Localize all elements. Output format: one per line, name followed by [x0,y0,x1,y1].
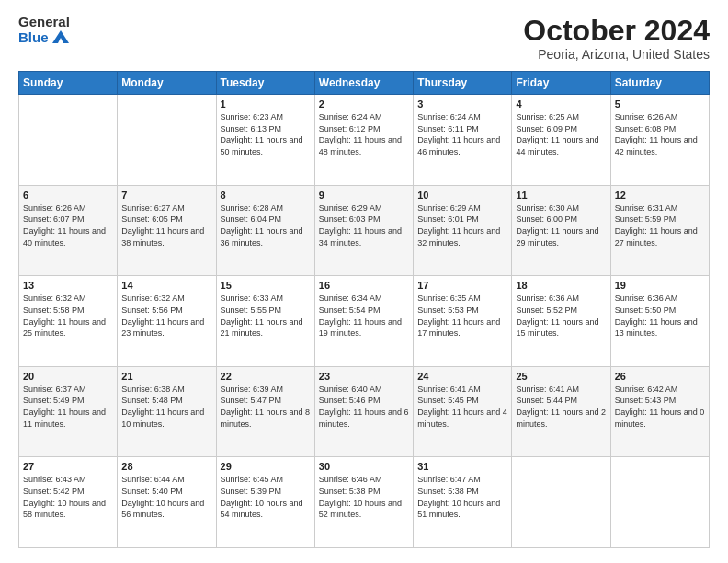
calendar-cell: 14Sunrise: 6:32 AMSunset: 5:56 PMDayligh… [118,276,216,367]
cell-info: Sunrise: 6:36 AMSunset: 5:52 PMDaylight:… [516,293,598,338]
cell-info: Sunrise: 6:27 AMSunset: 6:05 PMDaylight:… [121,203,204,247]
main-title: October 2024 [523,15,710,47]
day-number: 26 [615,371,705,382]
cell-info: Sunrise: 6:26 AMSunset: 6:08 PMDaylight:… [615,112,698,156]
calendar-cell: 30Sunrise: 6:46 AMSunset: 5:38 PMDayligh… [314,457,413,548]
calendar-cell: 1Sunrise: 6:23 AMSunset: 6:13 PMDaylight… [216,95,314,186]
day-number: 7 [121,190,211,201]
day-number: 3 [417,98,507,109]
cell-info: Sunrise: 6:31 AMSunset: 5:59 PMDaylight:… [615,203,698,247]
calendar-cell: 7Sunrise: 6:27 AMSunset: 6:05 PMDaylight… [118,185,216,276]
subtitle: Peoria, Arizona, United States [523,47,710,62]
calendar-header-row: SundayMondayTuesdayWednesdayThursdayFrid… [19,72,710,95]
day-number: 11 [516,190,606,201]
day-header-tuesday: Tuesday [216,72,314,95]
cell-info: Sunrise: 6:32 AMSunset: 5:56 PMDaylight:… [121,293,204,338]
day-header-saturday: Saturday [610,72,709,95]
cell-info: Sunrise: 6:40 AMSunset: 5:46 PMDaylight:… [319,385,409,429]
calendar-cell [19,95,118,186]
cell-info: Sunrise: 6:41 AMSunset: 5:44 PMDaylight:… [516,385,606,429]
cell-info: Sunrise: 6:24 AMSunset: 6:11 PMDaylight:… [417,112,500,156]
calendar-cell: 22Sunrise: 6:39 AMSunset: 5:47 PMDayligh… [216,366,314,457]
calendar-cell: 11Sunrise: 6:30 AMSunset: 6:00 PMDayligh… [512,185,610,276]
calendar-cell: 28Sunrise: 6:44 AMSunset: 5:40 PMDayligh… [118,457,216,548]
calendar-cell: 15Sunrise: 6:33 AMSunset: 5:55 PMDayligh… [216,276,314,367]
day-number: 19 [615,280,705,291]
header: General Blue October 2024 Peoria, Arizon… [18,15,710,62]
day-number: 17 [417,280,507,291]
day-number: 31 [417,461,507,472]
cell-info: Sunrise: 6:38 AMSunset: 5:48 PMDaylight:… [121,385,204,429]
calendar-cell: 20Sunrise: 6:37 AMSunset: 5:49 PMDayligh… [19,366,118,457]
day-header-sunday: Sunday [19,72,118,95]
calendar-cell: 26Sunrise: 6:42 AMSunset: 5:43 PMDayligh… [610,366,709,457]
day-number: 27 [23,461,113,472]
day-number: 10 [417,190,507,201]
day-number: 22 [221,371,311,382]
day-number: 12 [615,190,705,201]
cell-info: Sunrise: 6:47 AMSunset: 5:38 PMDaylight:… [417,475,500,519]
cell-info: Sunrise: 6:44 AMSunset: 5:40 PMDaylight:… [121,475,204,519]
day-number: 1 [221,98,311,109]
day-header-friday: Friday [512,72,610,95]
cell-info: Sunrise: 6:39 AMSunset: 5:47 PMDaylight:… [221,385,311,429]
day-number: 2 [319,98,409,109]
cell-info: Sunrise: 6:41 AMSunset: 5:45 PMDaylight:… [417,385,507,429]
cell-info: Sunrise: 6:34 AMSunset: 5:54 PMDaylight:… [319,293,402,338]
calendar-cell: 6Sunrise: 6:26 AMSunset: 6:07 PMDaylight… [19,185,118,276]
logo-blue-text: Blue [18,30,49,44]
day-number: 6 [23,190,113,201]
day-number: 15 [221,280,311,291]
cell-info: Sunrise: 6:23 AMSunset: 6:13 PMDaylight:… [221,112,303,156]
calendar-cell: 10Sunrise: 6:29 AMSunset: 6:01 PMDayligh… [414,185,512,276]
calendar-cell: 12Sunrise: 6:31 AMSunset: 5:59 PMDayligh… [610,185,709,276]
day-number: 8 [221,190,311,201]
calendar-cell: 3Sunrise: 6:24 AMSunset: 6:11 PMDaylight… [414,95,512,186]
calendar-cell [118,95,216,186]
day-number: 29 [221,461,311,472]
logo-general-text: General [18,15,70,29]
cell-info: Sunrise: 6:28 AMSunset: 6:04 PMDaylight:… [221,203,303,247]
day-number: 28 [121,461,211,472]
page: General Blue October 2024 Peoria, Arizon… [0,0,728,563]
day-header-wednesday: Wednesday [314,72,413,95]
day-number: 13 [23,280,113,291]
cell-info: Sunrise: 6:24 AMSunset: 6:12 PMDaylight:… [319,112,402,156]
calendar-cell [512,457,610,548]
cell-info: Sunrise: 6:42 AMSunset: 5:43 PMDaylight:… [615,385,705,429]
cell-info: Sunrise: 6:29 AMSunset: 6:01 PMDaylight:… [417,203,500,247]
day-header-thursday: Thursday [414,72,512,95]
calendar-cell: 21Sunrise: 6:38 AMSunset: 5:48 PMDayligh… [118,366,216,457]
calendar-cell: 31Sunrise: 6:47 AMSunset: 5:38 PMDayligh… [414,457,512,548]
cell-info: Sunrise: 6:35 AMSunset: 5:53 PMDaylight:… [417,293,500,338]
logo-icon [51,29,71,45]
calendar-cell: 24Sunrise: 6:41 AMSunset: 5:45 PMDayligh… [414,366,512,457]
calendar-week-4: 27Sunrise: 6:43 AMSunset: 5:42 PMDayligh… [19,457,710,548]
day-number: 25 [516,371,606,382]
cell-info: Sunrise: 6:29 AMSunset: 6:03 PMDaylight:… [319,203,402,247]
cell-info: Sunrise: 6:30 AMSunset: 6:00 PMDaylight:… [516,203,598,247]
day-header-monday: Monday [118,72,216,95]
day-number: 21 [121,371,211,382]
day-number: 4 [516,98,606,109]
calendar-cell: 8Sunrise: 6:28 AMSunset: 6:04 PMDaylight… [216,185,314,276]
day-number: 30 [319,461,409,472]
calendar-cell: 9Sunrise: 6:29 AMSunset: 6:03 PMDaylight… [314,185,413,276]
cell-info: Sunrise: 6:37 AMSunset: 5:49 PMDaylight:… [23,385,106,429]
calendar-week-1: 6Sunrise: 6:26 AMSunset: 6:07 PMDaylight… [19,185,710,276]
calendar-cell: 29Sunrise: 6:45 AMSunset: 5:39 PMDayligh… [216,457,314,548]
calendar-cell [610,457,709,548]
calendar-cell: 23Sunrise: 6:40 AMSunset: 5:46 PMDayligh… [314,366,413,457]
title-block: October 2024 Peoria, Arizona, United Sta… [523,15,710,62]
cell-info: Sunrise: 6:45 AMSunset: 5:39 PMDaylight:… [221,475,303,519]
cell-info: Sunrise: 6:32 AMSunset: 5:58 PMDaylight:… [23,293,106,338]
calendar-cell: 18Sunrise: 6:36 AMSunset: 5:52 PMDayligh… [512,276,610,367]
calendar-cell: 16Sunrise: 6:34 AMSunset: 5:54 PMDayligh… [314,276,413,367]
calendar-table: SundayMondayTuesdayWednesdayThursdayFrid… [18,71,710,548]
day-number: 20 [23,371,113,382]
day-number: 23 [319,371,409,382]
calendar-week-2: 13Sunrise: 6:32 AMSunset: 5:58 PMDayligh… [19,276,710,367]
day-number: 18 [516,280,606,291]
calendar-cell: 25Sunrise: 6:41 AMSunset: 5:44 PMDayligh… [512,366,610,457]
calendar-week-0: 1Sunrise: 6:23 AMSunset: 6:13 PMDaylight… [19,95,710,186]
